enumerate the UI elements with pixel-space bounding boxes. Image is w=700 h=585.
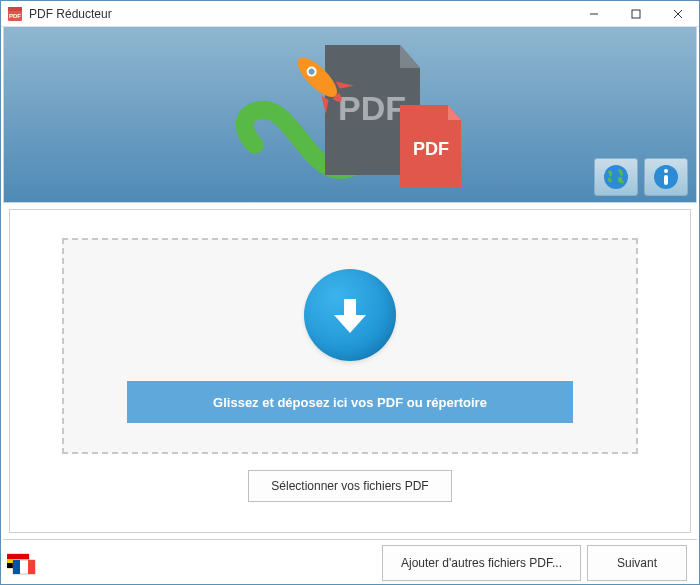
- svg-rect-18: [13, 560, 20, 574]
- svg-rect-15: [7, 554, 29, 559]
- close-button[interactable]: [657, 1, 699, 26]
- select-button-row: Sélectionner vos fichiers PDF: [62, 470, 638, 502]
- language-globe-button[interactable]: [594, 158, 638, 196]
- window-title: PDF Réducteur: [29, 7, 573, 21]
- minimize-button[interactable]: [573, 1, 615, 26]
- pdf-small-text: PDF: [413, 139, 449, 159]
- select-files-button[interactable]: Sélectionner vos fichiers PDF: [248, 470, 451, 502]
- next-button[interactable]: Suivant: [587, 545, 687, 581]
- dropzone-message: Glissez et déposez ici vos PDF ou répert…: [127, 381, 573, 423]
- main-content-card: Glissez et déposez ici vos PDF ou répert…: [9, 209, 691, 533]
- svg-rect-1: [8, 7, 22, 11]
- dropzone[interactable]: Glissez et déposez ici vos PDF ou répert…: [62, 238, 638, 454]
- svg-rect-19: [28, 560, 35, 574]
- add-more-files-button[interactable]: Ajouter d'autres fichiers PDF...: [382, 545, 581, 581]
- titlebar: PDF PDF Réducteur: [1, 1, 699, 27]
- svg-point-10: [604, 165, 628, 189]
- pdf-large-text: PDF: [338, 89, 406, 127]
- banner-buttons: [594, 158, 688, 196]
- window-controls: [573, 1, 699, 26]
- info-icon: [652, 163, 680, 191]
- globe-icon: [602, 163, 630, 191]
- banner: PDF PDF: [3, 27, 697, 203]
- banner-logo: PDF PDF: [235, 30, 465, 200]
- download-arrow-icon: [304, 269, 396, 361]
- svg-rect-4: [632, 10, 640, 18]
- svg-point-12: [664, 169, 668, 173]
- app-icon: PDF: [7, 6, 23, 22]
- info-button[interactable]: [644, 158, 688, 196]
- language-icon[interactable]: [7, 550, 37, 576]
- svg-text:PDF: PDF: [9, 13, 21, 19]
- footer: Ajouter d'autres fichiers PDF... Suivant: [3, 539, 697, 585]
- svg-rect-13: [664, 175, 668, 185]
- maximize-button[interactable]: [615, 1, 657, 26]
